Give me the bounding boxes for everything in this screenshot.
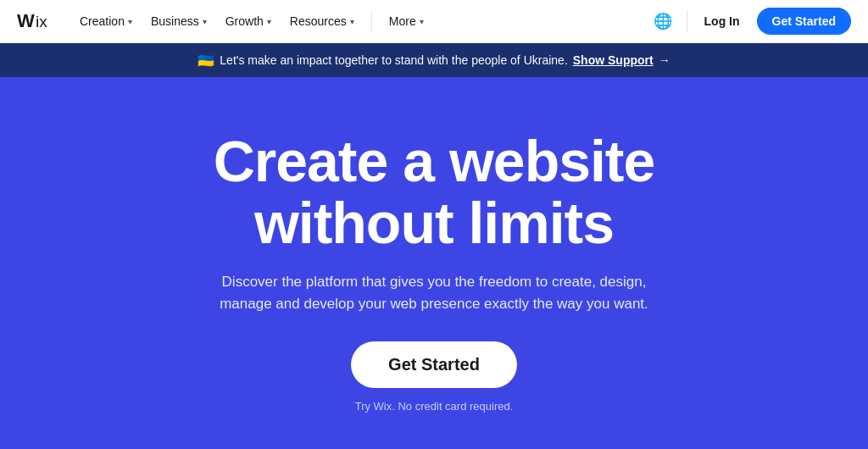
nav-item-business-label: Business bbox=[151, 14, 199, 28]
show-support-link[interactable]: Show Support bbox=[573, 53, 654, 67]
login-button[interactable]: Log In bbox=[698, 9, 747, 33]
svg-text:W: W bbox=[17, 12, 35, 30]
nav-item-resources-label: Resources bbox=[290, 14, 347, 28]
chevron-down-icon: ▾ bbox=[420, 17, 424, 26]
navbar: W ix Creation ▾ Business ▾ Growth ▾ Reso… bbox=[0, 0, 868, 43]
ukraine-banner: 🇺🇦 Let's make an impact together to stan… bbox=[0, 43, 868, 77]
hero-title-line1: Create a website bbox=[214, 129, 655, 193]
chevron-down-icon: ▾ bbox=[203, 17, 207, 26]
chevron-down-icon: ▾ bbox=[128, 17, 132, 26]
hero-get-started-button[interactable]: Get Started bbox=[351, 341, 517, 388]
get-started-nav-button[interactable]: Get Started bbox=[757, 8, 851, 35]
nav-item-more[interactable]: More ▾ bbox=[381, 9, 432, 33]
language-button[interactable]: 🌐 bbox=[649, 8, 676, 35]
svg-text:ix: ix bbox=[36, 13, 47, 30]
chevron-down-icon: ▾ bbox=[267, 17, 271, 26]
hero-note: Try Wix. No credit card required. bbox=[355, 400, 514, 413]
wix-logo[interactable]: W ix bbox=[17, 12, 56, 30]
nav-item-growth[interactable]: Growth ▾ bbox=[217, 9, 280, 33]
vertical-divider bbox=[687, 11, 687, 31]
hero-title-line2: without limits bbox=[254, 191, 614, 255]
nav-item-business[interactable]: Business ▾ bbox=[142, 9, 215, 33]
navbar-right: 🌐 Log In Get Started bbox=[649, 8, 851, 35]
hero-title: Create a website without limits bbox=[214, 130, 655, 255]
hero-section: Create a website without limits Discover… bbox=[0, 77, 868, 449]
arrow-icon: → bbox=[659, 53, 670, 67]
chevron-down-icon: ▾ bbox=[350, 17, 354, 26]
nav-item-more-label: More bbox=[389, 14, 416, 28]
nav-divider bbox=[371, 11, 372, 31]
banner-text: Let's make an impact together to stand w… bbox=[220, 53, 567, 67]
nav-item-creation-label: Creation bbox=[80, 14, 125, 28]
nav-item-creation[interactable]: Creation ▾ bbox=[71, 9, 141, 33]
hero-subtitle: Discover the platform that gives you the… bbox=[214, 271, 654, 314]
nav-item-resources[interactable]: Resources ▾ bbox=[281, 9, 363, 33]
ukraine-flag-icon: 🇺🇦 bbox=[198, 53, 214, 69]
navbar-nav: Creation ▾ Business ▾ Growth ▾ Resources… bbox=[71, 9, 649, 33]
nav-item-growth-label: Growth bbox=[225, 14, 264, 28]
